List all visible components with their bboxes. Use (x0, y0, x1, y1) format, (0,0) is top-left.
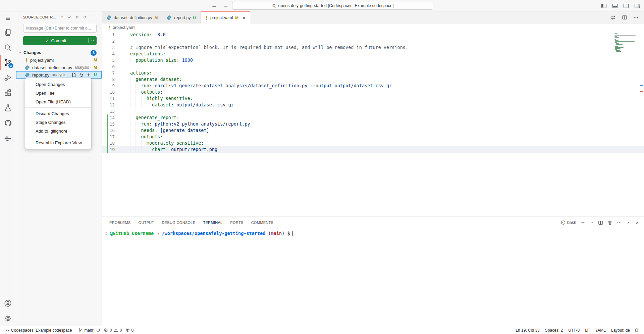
panel-tab-debug-console[interactable]: DEBUG CONSOLE (162, 217, 196, 228)
terminal[interactable]: @GitHub_Username → /workspaces/opensafel… (102, 228, 644, 237)
refresh-icon[interactable] (83, 15, 86, 19)
create-branch-icon[interactable] (76, 15, 79, 19)
settings-gear-icon[interactable] (0, 311, 16, 326)
code-line[interactable]: 13 (102, 108, 644, 114)
scm-file-row[interactable]: report.pyanalysis U (16, 71, 102, 79)
terminal-instance[interactable]: bash (561, 220, 576, 225)
terminal-toolbar: bash (561, 220, 639, 225)
remote-indicator[interactable]: Codespaces: Example codespace (3, 326, 73, 334)
scm-file-row[interactable]: dataset_definition.pyanalysisM (16, 64, 102, 71)
panel-tab-comments[interactable]: COMMENTS (251, 217, 274, 228)
discard-changes-icon[interactable] (79, 73, 84, 77)
accounts-icon[interactable] (0, 296, 16, 311)
code-line[interactable]: 1version: '3.0' (102, 32, 644, 38)
menu-icon[interactable] (0, 11, 16, 25)
context-menu-item[interactable]: Add to .gitignore (25, 127, 91, 135)
split-editor-icon[interactable] (622, 15, 627, 20)
context-menu-item[interactable]: Reveal in Explorer View (25, 138, 91, 147)
changes-section-header[interactable]: Changes 3 (16, 49, 102, 56)
code-line[interactable]: 10 outputs: (102, 89, 644, 95)
context-menu-item[interactable]: Open Changes (25, 80, 91, 89)
commit-button[interactable]: ✓ Commit (23, 36, 97, 45)
testing-icon[interactable] (0, 100, 16, 115)
stage-changes-icon[interactable] (86, 73, 91, 77)
open-file-icon[interactable] (71, 73, 76, 77)
context-menu-item[interactable]: Stage Changes (25, 118, 91, 127)
more-actions-icon[interactable] (95, 15, 98, 19)
code-line[interactable]: 2 (102, 38, 644, 44)
panel-tab-problems[interactable]: PROBLEMS (109, 217, 131, 228)
split-editor-layout-icon[interactable] (623, 3, 629, 9)
more-actions-icon[interactable] (633, 15, 639, 20)
code-line[interactable]: 18 moderately_sensitive: (102, 140, 644, 146)
close-tab-icon[interactable]: × (243, 15, 246, 21)
code-line[interactable]: 4expectations: (102, 51, 644, 57)
code-line[interactable]: 15 run: python:v2 python analysis/report… (102, 121, 644, 127)
context-menu-item[interactable]: Discard Changes (25, 109, 91, 118)
commit-check-icon[interactable]: ✓ (68, 15, 71, 19)
extensions-icon[interactable] (0, 85, 16, 100)
code-line[interactable]: 11 highly_sensitive: (102, 95, 644, 102)
status-item[interactable]: Spaces: 2 (542, 328, 566, 333)
breadcrumb-item[interactable]: project.yaml (113, 25, 135, 30)
toggle-panel-icon[interactable] (612, 3, 618, 9)
launch-profile-chevron-icon[interactable] (590, 221, 594, 225)
code-line[interactable]: 12 dataset: output/dataset.csv.gz (102, 102, 644, 108)
ports-indicator[interactable]: 0 (124, 326, 136, 334)
close-panel-icon[interactable] (635, 221, 639, 225)
kill-terminal-trash-icon[interactable] (607, 220, 612, 225)
scm-file-row[interactable]: project.yamlM (16, 56, 102, 64)
branch-indicator[interactable]: main* (77, 326, 102, 334)
panel-tab-terminal[interactable]: TERMINAL (203, 217, 222, 228)
swap-changes-icon[interactable] (610, 15, 616, 20)
view-and-sort-icon[interactable] (60, 15, 63, 19)
run-debug-icon[interactable] (0, 70, 16, 85)
command-center-search[interactable]: opensafely-getting-started [Codespaces: … (232, 2, 433, 10)
status-item[interactable]: LF (582, 328, 592, 333)
toggle-sidebar-icon[interactable] (601, 3, 607, 9)
back-arrow-icon[interactable]: ← (211, 2, 217, 9)
status-item[interactable]: Ln 19, Col 33 (513, 328, 542, 333)
commit-message-input[interactable] (23, 24, 97, 33)
explorer-icon[interactable] (0, 25, 16, 40)
code-line[interactable]: 19 chart: output/report.png (102, 146, 644, 153)
status-item[interactable]: Layout: de (608, 328, 633, 333)
panel-tab-output[interactable]: OUTPUT (139, 217, 154, 228)
code-line[interactable]: 9 run: ehrql:v1 generate-dataset analysi… (102, 83, 644, 89)
line-number: 17 (108, 134, 115, 140)
code-line[interactable]: 3# Ignore this`expectation` block. It is… (102, 44, 644, 51)
code-line[interactable]: 6 (102, 63, 644, 70)
status-item[interactable]: YAML (592, 328, 608, 333)
editor-tab[interactable]: dataset_definition.pyM (102, 11, 162, 23)
commit-dropdown-button[interactable] (89, 36, 97, 45)
problems-indicator[interactable]: 0 0 (102, 326, 123, 334)
new-terminal-icon[interactable] (581, 220, 585, 225)
status-item[interactable]: UTF-8 (566, 328, 582, 333)
github-icon[interactable] (0, 115, 16, 131)
code-line[interactable]: 16 needs: [generate_dataset] (102, 127, 644, 134)
code-editor[interactable]: 1version: '3.0'23# Ignore this`expectati… (102, 32, 644, 217)
editor-tab[interactable]: project.yamlM× (201, 11, 250, 23)
code-line[interactable]: 14 generate_report: (102, 114, 644, 121)
docker-icon[interactable] (0, 131, 16, 146)
minimap[interactable] (614, 33, 639, 52)
line-number: 10 (108, 89, 115, 95)
source-control-view-icon[interactable]: 3 (0, 55, 16, 70)
maximize-panel-chevron-icon[interactable] (626, 221, 631, 225)
customize-layout-icon[interactable] (634, 3, 640, 9)
editor-tab[interactable]: report.pyU (162, 11, 201, 23)
code-line[interactable]: 5 population_size: 1000 (102, 57, 644, 63)
search-view-icon[interactable] (0, 40, 16, 55)
breadcrumb[interactable]: project.yaml (102, 23, 644, 32)
context-menu-item[interactable]: Open File (25, 89, 91, 97)
code-line[interactable]: 7actions: (102, 70, 644, 76)
notifications-bell[interactable] (633, 326, 641, 334)
code-line[interactable]: 17 outputs: (102, 134, 644, 140)
context-menu-item[interactable]: Open File (HEAD) (25, 97, 91, 106)
forward-arrow-icon[interactable]: → (223, 2, 229, 9)
split-terminal-icon[interactable] (598, 220, 603, 225)
code-line[interactable]: 8 generate_dataset: (102, 76, 644, 83)
panel-tab-ports[interactable]: PORTS (230, 217, 243, 228)
more-actions-icon[interactable] (617, 220, 622, 225)
minimap-line (614, 33, 618, 34)
